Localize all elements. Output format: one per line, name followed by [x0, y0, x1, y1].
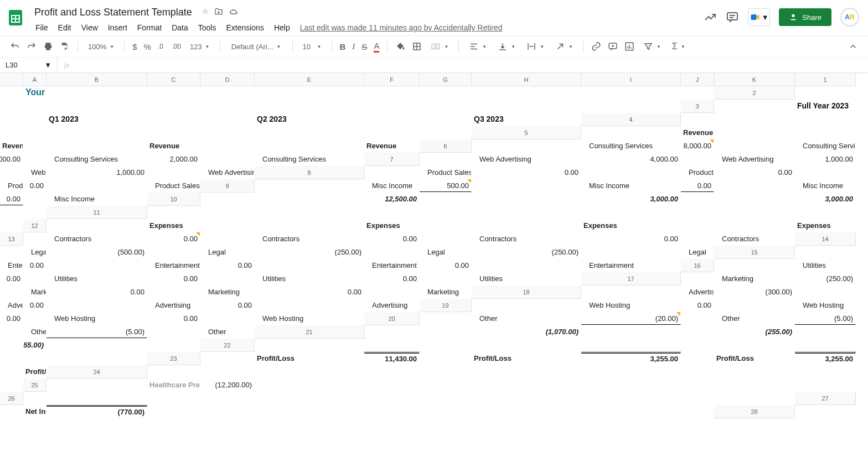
menu-insert[interactable]: Insert — [104, 21, 132, 34]
valign-button[interactable]: ▼ — [493, 39, 520, 54]
cell-C12[interactable] — [200, 219, 255, 232]
cell-I22[interactable] — [0, 352, 23, 365]
meet-button[interactable]: ▼ — [748, 8, 770, 26]
cell-B24[interactable] — [200, 365, 255, 378]
cell-K2[interactable] — [581, 100, 681, 112]
cell-I15[interactable]: 0.00 — [420, 259, 472, 272]
cell-J11[interactable] — [795, 206, 856, 219]
cell-G17[interactable] — [147, 286, 200, 298]
cell-K5[interactable]: Revenue — [364, 139, 420, 152]
cell-F19[interactable]: 0.00 — [0, 312, 23, 325]
cell-B6[interactable]: Consulting Services — [581, 139, 681, 152]
menu-extensions[interactable]: Extensions — [221, 21, 268, 34]
bold-button[interactable]: B — [338, 39, 348, 54]
cell-F12[interactable] — [420, 219, 472, 232]
cell-B5[interactable]: Revenue — [681, 126, 714, 139]
cell-F1[interactable] — [255, 86, 364, 99]
cell-B9[interactable]: Misc Income — [364, 179, 420, 192]
row-header-16[interactable]: 16 — [681, 259, 714, 272]
cell-F15[interactable]: 0.00 — [200, 259, 255, 272]
rotate-button[interactable]: ▼ — [551, 39, 577, 54]
cell-J12[interactable] — [714, 219, 795, 232]
cell-C5[interactable] — [714, 126, 795, 139]
cell-J25[interactable] — [714, 378, 795, 391]
undo-button[interactable] — [8, 39, 22, 54]
row-header-13[interactable]: 13 — [0, 232, 23, 246]
cell-F25[interactable] — [420, 378, 472, 391]
cell-E1[interactable] — [200, 86, 255, 99]
cell-A3[interactable] — [714, 100, 795, 112]
cell-C16[interactable]: 0.00 — [0, 272, 23, 285]
cell-G26[interactable] — [420, 392, 472, 404]
cell-G8[interactable] — [795, 166, 856, 179]
row-header-7[interactable]: 7 — [364, 153, 420, 166]
cell-K11[interactable] — [0, 219, 23, 232]
cell-I10[interactable]: 3,000.00 — [795, 193, 856, 205]
cell-H12[interactable]: Expenses — [581, 219, 681, 232]
cell-D5[interactable] — [795, 126, 856, 139]
cell-J16[interactable] — [420, 272, 472, 285]
cell-D7[interactable] — [681, 153, 714, 165]
cell-C22[interactable] — [420, 339, 472, 351]
cell-A28[interactable] — [795, 405, 856, 418]
cell-J13[interactable] — [681, 232, 714, 245]
cell-K19[interactable]: Web Hosting — [255, 312, 364, 325]
row-header-22[interactable]: 22 — [200, 339, 255, 352]
cell-F27[interactable] — [255, 405, 364, 418]
row-header-18[interactable]: 18 — [472, 286, 581, 299]
cell-A1[interactable] — [0, 86, 23, 99]
cell-H7[interactable]: Web Advertising — [23, 166, 46, 179]
cell-A11[interactable] — [147, 206, 200, 219]
row-header-1[interactable]: 1 — [795, 73, 856, 86]
cell-A20[interactable] — [420, 312, 472, 325]
cell-E28[interactable] — [147, 418, 200, 431]
cell-D8[interactable] — [581, 166, 681, 179]
cell-G1[interactable] — [364, 86, 420, 99]
cell-G13[interactable] — [420, 232, 472, 245]
menu-data[interactable]: Data — [167, 21, 193, 34]
sheets-logo[interactable] — [4, 7, 27, 29]
row-header-11[interactable]: 11 — [46, 206, 147, 219]
cell-B23[interactable]: Profit/Loss — [255, 352, 364, 365]
cell-G12[interactable] — [472, 219, 581, 232]
cell-H2[interactable] — [364, 100, 420, 112]
row-header-8[interactable]: 8 — [255, 166, 364, 179]
cell-F10[interactable]: 3,000.00 — [581, 193, 681, 205]
cell-B10[interactable] — [255, 193, 364, 205]
cell-A9[interactable] — [255, 179, 364, 192]
activity-icon[interactable] — [704, 11, 717, 24]
cell-K14[interactable]: Legal — [681, 246, 714, 258]
cell-B20[interactable]: Other — [472, 312, 581, 325]
cell-K24[interactable] — [0, 378, 23, 391]
cell-K26[interactable] — [714, 392, 795, 404]
insert-comment-button[interactable] — [606, 39, 620, 54]
text-color-button[interactable]: A — [371, 39, 381, 54]
print-button[interactable] — [41, 39, 55, 54]
cell-H28[interactable] — [364, 418, 420, 431]
cell-H19[interactable]: Web Hosting — [46, 312, 147, 325]
name-box[interactable]: L30▼ — [0, 58, 58, 72]
row-header-27[interactable]: 27 — [795, 392, 856, 405]
cell-E14[interactable]: Legal — [200, 246, 255, 258]
cell-E25[interactable] — [364, 378, 420, 391]
cell-C8[interactable]: 0.00 — [472, 166, 581, 179]
cell-I2[interactable] — [420, 100, 472, 112]
cell-D16[interactable] — [23, 272, 46, 285]
paint-format-button[interactable] — [58, 39, 72, 54]
col-header-I[interactable]: I — [581, 73, 681, 86]
cell-F26[interactable] — [364, 392, 420, 404]
decrease-decimal-button[interactable]: .0 — [156, 39, 167, 54]
cell-I13[interactable]: 0.00 — [581, 232, 681, 245]
cell-K3[interactable]: Q3 2023 — [472, 113, 581, 126]
cell-C28[interactable] — [23, 418, 46, 431]
row-header-25[interactable]: 25 — [23, 378, 46, 392]
cell-E19[interactable]: Web Hosting — [795, 299, 856, 312]
cell-J8[interactable] — [46, 179, 147, 192]
cell-C13[interactable]: 0.00 — [147, 232, 200, 245]
zoom-select[interactable]: 100%▼ — [84, 39, 118, 54]
cell-K25[interactable] — [795, 378, 856, 391]
cell-H6[interactable]: Consulting Services — [46, 153, 147, 165]
cell-H27[interactable] — [420, 405, 472, 418]
cell-E23[interactable]: Profit/Loss — [472, 352, 581, 365]
cell-F6[interactable]: 2,000.00 — [0, 153, 23, 165]
